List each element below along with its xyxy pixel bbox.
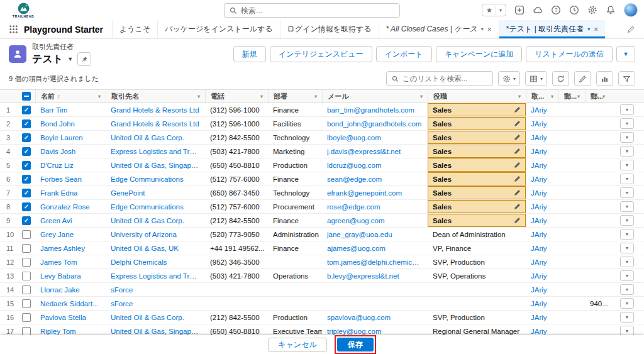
row-checkbox[interactable] bbox=[22, 258, 31, 267]
owner-alias-link[interactable]: JAriy bbox=[531, 189, 547, 197]
email-link[interactable]: jane_gray@uoa.edu bbox=[327, 231, 392, 238]
account-name-link[interactable]: Express Logistics and Transport bbox=[111, 148, 200, 155]
contact-name-link[interactable]: Llorrac Jake bbox=[40, 286, 80, 294]
edit-pencil-icon[interactable] bbox=[514, 162, 521, 169]
edit-page-pencil-icon[interactable] bbox=[618, 20, 644, 38]
close-icon[interactable]: × bbox=[487, 25, 492, 34]
row-checkbox[interactable] bbox=[22, 216, 31, 225]
contact-name-link[interactable]: Bond John bbox=[40, 120, 75, 128]
guidance-clock-icon[interactable] bbox=[569, 5, 579, 15]
close-icon[interactable]: × bbox=[594, 25, 598, 34]
edit-pencil-icon[interactable] bbox=[514, 175, 521, 182]
favorites-button[interactable]: ★ ▾ bbox=[482, 4, 506, 16]
app-launcher-icon[interactable] bbox=[4, 20, 23, 38]
account-name-link[interactable]: sForce bbox=[111, 300, 133, 307]
column-header[interactable]: 役職▾ bbox=[428, 90, 526, 102]
account-name-link[interactable]: Delphi Chemicals bbox=[111, 258, 167, 266]
row-actions-button[interactable]: ▾ bbox=[620, 146, 634, 157]
list-action-button[interactable]: 新規 bbox=[233, 46, 266, 62]
edit-pencil-icon[interactable] bbox=[514, 217, 521, 224]
owner-alias-link[interactable]: JAriy bbox=[531, 134, 547, 141]
column-header[interactable]: 部署▾ bbox=[268, 90, 322, 102]
email-link[interactable]: rose@edge.com bbox=[327, 203, 380, 211]
title-cell[interactable]: Sales bbox=[428, 186, 526, 199]
contact-name-link[interactable]: Ripley Tom bbox=[40, 328, 76, 335]
owner-alias-link[interactable]: JAriy bbox=[531, 328, 547, 335]
row-actions-button[interactable]: ▾ bbox=[620, 298, 634, 309]
row-checkbox[interactable] bbox=[22, 230, 31, 239]
column-header[interactable]: 郵...▾ bbox=[585, 90, 610, 102]
column-header[interactable]: 電話▾ bbox=[205, 90, 268, 102]
filters-button[interactable] bbox=[618, 71, 635, 86]
nav-tab[interactable]: ログイン情報を取得する bbox=[280, 20, 379, 38]
row-actions-button[interactable]: ▾ bbox=[620, 257, 634, 267]
account-name-link[interactable]: United Oil & Gas Corp. bbox=[111, 314, 184, 321]
row-checkbox[interactable] bbox=[22, 106, 31, 114]
title-cell[interactable]: Sales bbox=[428, 214, 526, 227]
owner-alias-link[interactable]: JAriy bbox=[531, 314, 547, 321]
owner-alias-link[interactable]: JAriy bbox=[531, 120, 547, 128]
email-link[interactable]: lboyle@uog.com bbox=[327, 134, 381, 141]
row-checkbox[interactable] bbox=[22, 299, 31, 308]
list-action-button[interactable]: インポート bbox=[376, 46, 432, 62]
contact-name-link[interactable]: Barr Tim bbox=[40, 106, 67, 114]
row-checkbox[interactable] bbox=[22, 327, 31, 336]
contact-name-link[interactable]: Green Avi bbox=[40, 217, 72, 224]
account-name-link[interactable]: United Oil & Gas, Singapore bbox=[111, 162, 200, 169]
column-header[interactable]: 郵...▾ bbox=[558, 90, 585, 102]
nav-tab[interactable]: パッケージをインストールする bbox=[157, 20, 279, 38]
contact-name-link[interactable]: James Tom bbox=[40, 258, 77, 266]
nav-tab[interactable]: * All Closed Cases | ケース▾× bbox=[379, 20, 499, 38]
account-name-link[interactable]: United Oil & Gas, UK bbox=[111, 245, 179, 252]
account-name-link[interactable]: United Oil & Gas Corp. bbox=[111, 134, 184, 141]
list-search-box[interactable] bbox=[386, 71, 493, 86]
list-view-selector-chevron-icon[interactable]: ▼ bbox=[67, 56, 73, 62]
row-actions-button[interactable]: ▾ bbox=[620, 201, 634, 212]
email-link[interactable]: ajames@uog.com bbox=[327, 245, 386, 252]
owner-alias-link[interactable]: JAriy bbox=[531, 258, 547, 266]
column-header[interactable]: 取引先名▾ bbox=[106, 90, 205, 102]
title-cell[interactable]: Sales bbox=[428, 158, 526, 172]
global-search-box[interactable] bbox=[224, 3, 400, 18]
account-name-link[interactable]: Grand Hotels & Resorts Ltd bbox=[111, 106, 199, 114]
owner-alias-link[interactable]: JAriy bbox=[531, 217, 547, 224]
chevron-down-icon[interactable]: ▾ bbox=[197, 94, 200, 99]
title-cell[interactable]: Sales bbox=[428, 103, 526, 116]
column-header[interactable]: 取...▾ bbox=[526, 90, 558, 102]
edit-pencil-icon[interactable] bbox=[514, 189, 521, 196]
contact-name-link[interactable]: Nedaerk Siddart... bbox=[40, 300, 99, 307]
list-action-button[interactable]: リストメールの送信 bbox=[526, 46, 613, 62]
title-cell[interactable]: Sales bbox=[428, 145, 526, 158]
global-search-input[interactable] bbox=[241, 6, 394, 15]
help-icon[interactable]: ? bbox=[551, 5, 561, 15]
contact-name-link[interactable]: Levy Babara bbox=[40, 272, 81, 280]
account-name-link[interactable]: United Oil & Gas, Singapore bbox=[111, 328, 200, 335]
contact-name-link[interactable]: Boyle Lauren bbox=[40, 134, 83, 141]
inline-edit-button[interactable] bbox=[574, 71, 591, 86]
chevron-down-icon[interactable]: ▾ bbox=[551, 94, 553, 99]
title-cell[interactable]: Sales bbox=[428, 200, 526, 213]
email-link[interactable]: agreen@uog.com bbox=[327, 217, 385, 224]
contact-name-link[interactable]: Pavlova Stella bbox=[40, 314, 86, 321]
chevron-down-icon[interactable]: ▾ bbox=[98, 94, 101, 99]
email-link[interactable]: tripley@uog.com bbox=[327, 328, 381, 335]
owner-alias-link[interactable]: JAriy bbox=[531, 175, 547, 183]
chevron-down-icon[interactable]: ▾ bbox=[481, 26, 484, 32]
contact-name-link[interactable]: Grey Jane bbox=[40, 231, 74, 238]
row-checkbox[interactable] bbox=[22, 119, 31, 128]
row-actions-button[interactable]: ▾ bbox=[620, 215, 634, 226]
row-checkbox[interactable] bbox=[22, 244, 31, 253]
contact-name-link[interactable]: Davis Josh bbox=[40, 148, 75, 155]
row-actions-button[interactable]: ▾ bbox=[620, 104, 634, 115]
chevron-down-icon[interactable]: ▾ bbox=[602, 94, 605, 99]
column-header[interactable]: 名前↑▾ bbox=[35, 90, 106, 102]
contact-name-link[interactable]: Frank Edna bbox=[40, 189, 77, 197]
edit-pencil-icon[interactable] bbox=[514, 134, 521, 141]
row-checkbox[interactable] bbox=[22, 133, 31, 142]
owner-alias-link[interactable]: JAriy bbox=[531, 148, 547, 155]
row-actions-button[interactable]: ▾ bbox=[620, 229, 634, 240]
row-actions-button[interactable]: ▾ bbox=[620, 118, 634, 129]
chevron-down-icon[interactable]: ▾ bbox=[518, 94, 521, 99]
refresh-button[interactable] bbox=[552, 71, 569, 86]
select-all-checkbox[interactable] bbox=[22, 92, 31, 101]
